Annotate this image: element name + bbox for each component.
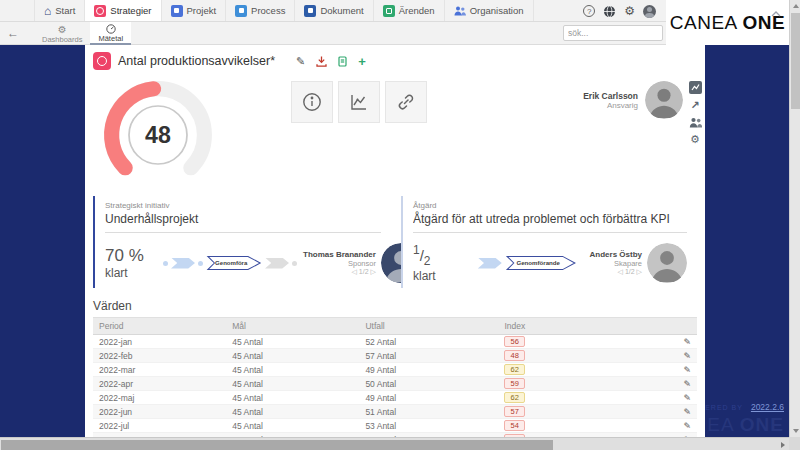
link-icon — [396, 92, 416, 112]
nav-tab-dokument[interactable]: Dokument — [295, 0, 373, 21]
nav-tab-start[interactable]: ⌂ Start — [34, 0, 85, 21]
edit-row-icon[interactable]: ✎ — [683, 337, 691, 347]
help-icon[interactable]: ? — [583, 5, 595, 17]
cell-goal: 45 Antal — [232, 421, 365, 431]
nav-tab-label: Projekt — [187, 5, 217, 16]
cell-index: 48 — [504, 350, 631, 361]
user-avatar[interactable] — [643, 5, 656, 18]
nav-tab-label: Organisation — [470, 5, 524, 16]
card-person: Anders Östby Skapare ◁ 1/2 ▷ — [590, 243, 687, 283]
back-arrow-icon[interactable]: ← — [7, 26, 19, 40]
cell-outcome: 50 Antal — [365, 379, 504, 389]
chart-button[interactable] — [338, 81, 380, 123]
edit-row-icon[interactable]: ✎ — [683, 407, 691, 417]
stage-dot — [198, 261, 203, 266]
progress-unit: klart — [413, 269, 471, 283]
nav-tab-organisation[interactable]: Organisation — [445, 0, 534, 21]
person-avatar[interactable] — [647, 243, 687, 283]
link-button[interactable] — [385, 81, 427, 123]
app-window: ⌂ Start Strategier Projekt Process Dokum… — [0, 0, 800, 450]
nav-tab-label: Strategier — [110, 5, 151, 16]
gauge-value: 48 — [145, 122, 171, 148]
stage-dot — [292, 261, 297, 266]
nav-tab-label: Ärenden — [399, 5, 435, 16]
person-role: Sponsor — [303, 259, 376, 268]
card-type-label: Strategiskt initiativ — [105, 201, 381, 210]
kpi-owner: Erik Carlsson Ansvarig — [465, 81, 683, 119]
cell-index: 56 — [504, 336, 631, 347]
kpi-type-icon — [93, 52, 111, 70]
export-icon[interactable] — [316, 56, 327, 67]
people-icon[interactable] — [689, 117, 702, 128]
col-goal: Mål — [232, 321, 365, 331]
vertical-scroll-thumb[interactable] — [791, 13, 800, 109]
sub-tabs: ⚙ Dashboards Mätetal — [34, 22, 131, 45]
current-stage-badge: Genomföra — [206, 255, 262, 271]
cell-period: 2022-feb — [99, 351, 232, 361]
index-badge: 54 — [504, 420, 524, 431]
person-name: Thomas Branander — [303, 250, 376, 259]
stage-arrow-done — [478, 258, 502, 269]
scroll-down-icon[interactable] — [793, 429, 799, 433]
horizontal-scroll-thumb[interactable] — [1, 440, 553, 450]
settings-gear-icon[interactable]: ⚙ — [624, 5, 635, 17]
index-badge: 62 — [504, 392, 524, 403]
trend-view-icon[interactable] — [689, 81, 702, 94]
cell-goal: 45 Antal — [232, 365, 365, 375]
owner-avatar[interactable] — [645, 81, 683, 119]
globe-icon[interactable] — [603, 5, 616, 18]
person-role: Skapare — [590, 259, 642, 268]
edit-row-icon[interactable]: ✎ — [683, 379, 691, 389]
version-link[interactable]: 2022.2.6 — [751, 402, 784, 412]
nav-tab-label: Process — [251, 5, 285, 16]
index-badge: 48 — [504, 350, 524, 361]
col-outcome: Utfall — [365, 321, 504, 331]
edit-row-icon[interactable]: ✎ — [683, 351, 691, 361]
pager-prev-icon[interactable]: ◁ — [351, 268, 356, 275]
add-icon[interactable]: + — [358, 55, 366, 68]
edit-kpi-icon[interactable]: ✎ — [296, 56, 305, 67]
kpi-actions: ✎ + — [296, 55, 366, 68]
edit-row-icon[interactable]: ✎ — [683, 365, 691, 375]
kpi-header: Antal produktionsavvikelser* ✎ + — [93, 52, 366, 70]
open-external-icon[interactable]: ↗ — [690, 100, 699, 111]
edit-row-icon[interactable]: ✎ — [683, 421, 691, 431]
pager-prev-icon[interactable]: ◁ — [618, 268, 623, 275]
horizontal-scrollbar[interactable] — [0, 437, 789, 450]
svg-text:Genomföra: Genomföra — [215, 260, 248, 266]
module-tabs: ⌂ Start Strategier Projekt Process Dokum… — [34, 0, 534, 21]
values-section-title: Värden — [93, 299, 697, 318]
nav-tab-arenden[interactable]: Ärenden — [374, 0, 445, 21]
cell-index: 62 — [504, 364, 631, 375]
tab-matetal[interactable]: Mätetal — [90, 22, 131, 45]
card-title[interactable]: Underhållsprojekt — [105, 210, 381, 233]
scrollbar-corner — [789, 437, 800, 450]
document-icon[interactable] — [338, 56, 347, 67]
cell-goal: 45 Antal — [232, 337, 365, 347]
pager-next-icon[interactable]: ▷ — [637, 268, 642, 275]
tab-label: Mätetal — [98, 34, 123, 43]
nav-tab-strategier[interactable]: Strategier — [85, 0, 161, 21]
collapse-chevron-icon[interactable] — [771, 3, 781, 21]
pager-next-icon[interactable]: ▷ — [371, 268, 376, 275]
info-button[interactable] — [291, 81, 333, 123]
sub-nav: ← ⚙ Dashboards Mätetal — [0, 22, 666, 45]
progress-value: 70 % — [105, 246, 163, 266]
scroll-up-icon[interactable] — [793, 4, 799, 8]
edit-row-icon[interactable]: ✎ — [683, 393, 691, 403]
values-table-body: 2022-jan45 Antal52 Antal56✎2022-feb45 An… — [93, 335, 697, 447]
vertical-scrollbar[interactable] — [789, 0, 800, 437]
index-badge: 56 — [504, 336, 524, 347]
nav-tab-projekt[interactable]: Projekt — [162, 0, 227, 21]
card-type-label: Åtgärd — [413, 201, 687, 210]
nav-tab-process[interactable]: Process — [226, 0, 295, 21]
stage-strip: Genomföra — [163, 255, 297, 271]
scroll-right-icon[interactable] — [781, 442, 785, 448]
stage-arrow-upcoming — [265, 258, 289, 269]
cell-period: 2022-jul — [99, 421, 232, 431]
dokument-icon — [304, 5, 316, 17]
tab-dashboards[interactable]: ⚙ Dashboards — [34, 22, 90, 45]
cell-outcome: 49 Antal — [365, 365, 504, 375]
card-title[interactable]: Åtgärd för att utreda problemet och förb… — [413, 210, 687, 233]
kpi-settings-gear-icon[interactable]: ⚙ — [690, 134, 700, 145]
